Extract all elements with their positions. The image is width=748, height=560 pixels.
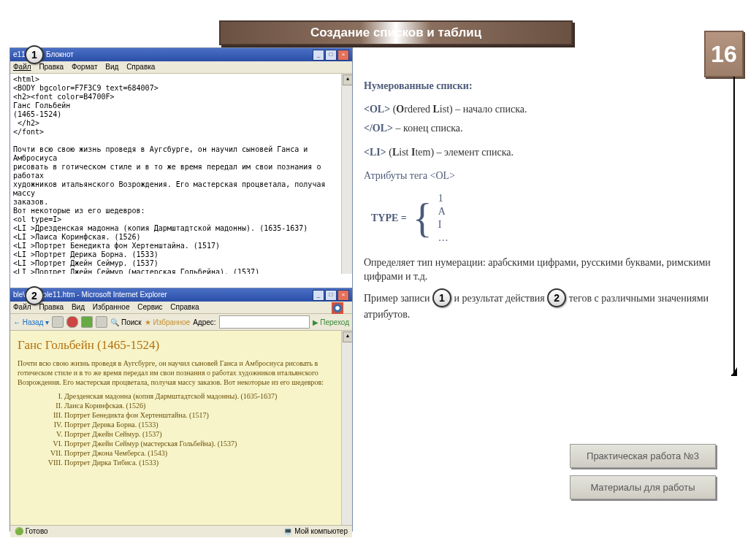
menu-file[interactable]: Файл xyxy=(13,63,31,71)
list-item: Портрет Джейн Сеймур. (1537) xyxy=(64,429,345,439)
back-button[interactable]: ← Назад ▾ xyxy=(13,318,49,326)
menu-help[interactable]: Справка xyxy=(170,303,199,311)
status-right: 💻 Мой компьютер xyxy=(283,526,348,537)
ol-close-tag: </OL> xyxy=(364,123,393,134)
list-item: Портрет Джона Чемберса. (1543) xyxy=(64,448,345,458)
stop-icon[interactable] xyxy=(66,316,78,328)
ie-titlebar[interactable]: ble\example11.htm - Microsoft Internet E… xyxy=(10,288,352,302)
materials-button[interactable]: Материалы для работы xyxy=(570,475,716,499)
type-desc: Определяет тип нумерации: арабскими цифр… xyxy=(364,256,722,284)
favorites-button[interactable]: ★ Избранное xyxy=(145,318,190,326)
maximize-icon[interactable]: □ xyxy=(325,50,337,61)
badge-2-inline: 2 xyxy=(547,288,566,307)
ie-statusbar: 🟢 Готово 💻 Мой компьютер xyxy=(10,525,352,537)
brace-icon: { xyxy=(413,198,432,239)
status-left: 🟢 Готово xyxy=(15,526,48,537)
buttons-panel: Практическая работа №3 Материалы для раб… xyxy=(570,444,716,507)
minimize-icon[interactable]: _ xyxy=(313,290,324,301)
page-number: 16 xyxy=(704,31,744,77)
go-button[interactable]: ▶ Переход xyxy=(313,318,350,326)
ie-logo-icon xyxy=(332,302,343,314)
ie-toolbar: ← Назад ▾ 🔍 Поиск ★ Избранное Адрес: ▶ П… xyxy=(10,314,352,331)
notepad-code: <html> <BODY bgcolor=F7F3C9 text=684007>… xyxy=(13,75,349,274)
menu-edit[interactable]: Правка xyxy=(39,303,64,311)
content-list: Дрезденская мадонна (копия Дармштадтской… xyxy=(35,391,345,467)
menu-fav[interactable]: Избранное xyxy=(93,303,130,311)
notepad-menubar[interactable]: Файл Правка Формат Вид Справка xyxy=(10,61,352,74)
close-icon[interactable]: × xyxy=(337,290,349,301)
maximize-icon[interactable]: □ xyxy=(325,290,337,301)
notepad-textarea[interactable]: <html> <BODY bgcolor=F7F3C9 text=684007>… xyxy=(10,74,352,274)
ie-content: Ганс Гольбейн (1465-1524) Почти всю свою… xyxy=(10,331,352,525)
section-title: Нумерованные списки: xyxy=(364,80,722,92)
li-desc: (List Item) – элемент списка. xyxy=(389,147,514,158)
search-button[interactable]: 🔍 Поиск xyxy=(110,318,142,326)
list-item: Портрет Дирка Тибиса. (1533) xyxy=(64,458,345,467)
list-item: Дрезденская мадонна (копия Дармштадтской… xyxy=(64,391,345,401)
menu-help[interactable]: Справка xyxy=(126,63,155,71)
attrs-title: Атрибуты тега <OL> xyxy=(364,170,722,182)
type-block: TYPE = { 1 A I … xyxy=(371,192,722,245)
menu-format[interactable]: Формат xyxy=(72,63,98,71)
list-item: Портрет Дерика Борна. (1533) xyxy=(64,420,345,429)
badge-1: 1 xyxy=(25,45,44,64)
explanation-panel: Нумерованные списки: <OL> (Ordered List)… xyxy=(364,80,722,326)
page-title-banner: Создание списков и таблиц xyxy=(219,20,573,45)
ol-open-desc: (Ordered List) – начало списка. xyxy=(393,104,527,115)
menu-view[interactable]: Вид xyxy=(105,63,118,71)
type-opt: A xyxy=(438,205,449,218)
list-item: Портрет Джейн Сеймур (мастерская Гольбей… xyxy=(64,439,345,448)
ol-open-tag: <OL> xyxy=(364,104,390,115)
menu-edit[interactable]: Правка xyxy=(39,63,64,71)
address-input[interactable] xyxy=(219,315,310,329)
ie-menubar[interactable]: Файл Правка Вид Избранное Сервис Справка xyxy=(10,302,352,314)
menu-tools[interactable]: Сервис xyxy=(137,303,162,311)
forward-icon[interactable] xyxy=(52,316,64,328)
badge-2: 2 xyxy=(25,286,44,305)
badge-1-inline: 1 xyxy=(432,288,451,307)
type-opt: I xyxy=(438,218,449,231)
type-opt: 1 xyxy=(438,192,449,205)
li-tag: <LI> xyxy=(364,147,386,158)
ol-close-desc: – конец списка. xyxy=(393,123,463,134)
content-heading: Ганс Гольбейн (1465-1524) xyxy=(18,338,345,353)
close-icon[interactable]: × xyxy=(337,50,349,61)
menu-file[interactable]: Файл xyxy=(13,303,31,311)
example-line: Пример записи 1 и результат действия 2 т… xyxy=(364,288,722,322)
scrollbar[interactable]: ▲ xyxy=(341,331,352,525)
minimize-icon[interactable]: _ xyxy=(313,50,324,61)
type-opt: … xyxy=(438,231,449,245)
scrollbar[interactable]: ▲ xyxy=(341,74,352,274)
list-item: Лаиса Коринфская. (1526) xyxy=(64,401,345,410)
divider-line xyxy=(733,77,735,376)
address-label: Адрес: xyxy=(193,318,215,326)
notepad-titlebar[interactable]: e11.htm - Блокнот _ □ × xyxy=(10,48,352,61)
content-para: Почти всю свою жизнь проведя в Аугсбурге… xyxy=(18,358,345,387)
notepad-window: e11.htm - Блокнот _ □ × Файл Правка Форм… xyxy=(9,47,353,289)
refresh-icon[interactable] xyxy=(81,316,93,328)
practice-button[interactable]: Практическая работа №3 xyxy=(570,444,716,468)
menu-view[interactable]: Вид xyxy=(72,303,85,311)
home-icon[interactable] xyxy=(96,316,107,328)
type-label: TYPE = xyxy=(371,212,407,224)
list-item: Портрет Бенедикта фон Хертенштайна. (151… xyxy=(64,410,345,420)
ie-window: ble\example11.htm - Microsoft Internet E… xyxy=(9,288,353,532)
